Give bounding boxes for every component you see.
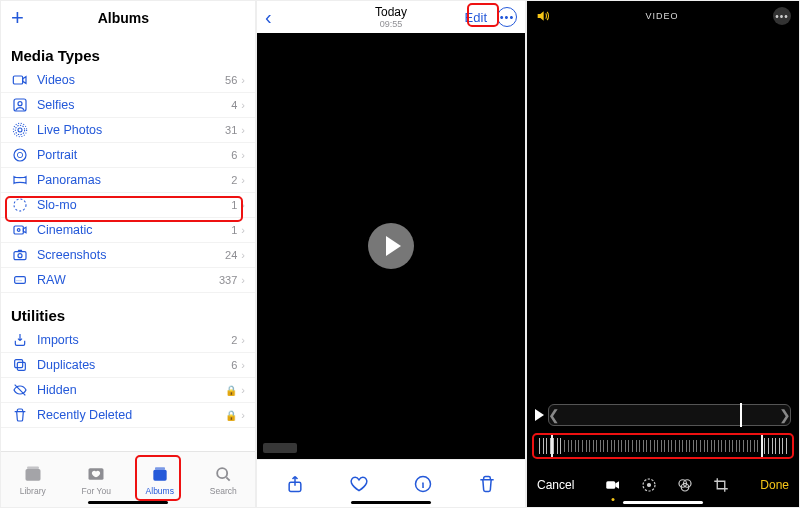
play-button[interactable] [368, 223, 414, 269]
mute-button[interactable] [535, 8, 551, 24]
chevron-right-icon: › [241, 224, 245, 236]
svg-point-2 [18, 102, 22, 106]
utility-imports[interactable]: Imports 2 › [1, 328, 255, 353]
slo-mo-speed-bar[interactable] [535, 435, 791, 457]
adjust-tool[interactable] [640, 476, 658, 494]
svg-rect-11 [14, 252, 26, 260]
chevron-right-icon: › [241, 149, 245, 161]
svg-point-8 [14, 199, 26, 211]
imports-icon [11, 331, 29, 349]
edit-preview[interactable] [527, 31, 799, 397]
row-count: 1 [231, 224, 237, 236]
svg-rect-1 [14, 99, 26, 111]
row-label: Duplicates [37, 358, 231, 372]
tab-library[interactable]: Library [1, 452, 65, 507]
share-button[interactable] [284, 473, 306, 495]
chevron-right-icon: › [241, 359, 245, 371]
filters-tool[interactable] [676, 476, 694, 494]
row-count: 6 [231, 149, 237, 161]
svg-rect-15 [17, 362, 25, 370]
more-button[interactable]: ••• [773, 7, 791, 25]
nav-bar: ‹ Today 09:55 Edit ••• [257, 1, 525, 33]
trim-start-handle[interactable]: ❮ [549, 405, 559, 425]
tab-label: Search [210, 486, 237, 496]
tab-albums[interactable]: Albums [128, 452, 192, 507]
video-tool[interactable] [604, 476, 622, 494]
tab-bar: Library For You Albums Search [1, 451, 255, 507]
trash-icon [11, 406, 29, 424]
chevron-right-icon: › [241, 409, 245, 421]
row-count: 31 [225, 124, 237, 136]
media-type-portrait[interactable]: Portrait 6 › [1, 143, 255, 168]
svg-point-4 [15, 125, 24, 134]
svg-point-3 [18, 128, 22, 132]
chevron-right-icon: › [241, 74, 245, 86]
svg-rect-19 [153, 469, 166, 480]
video-area[interactable] [257, 33, 525, 459]
row-label: Imports [37, 333, 231, 347]
slo-mo-icon [11, 196, 29, 214]
trim-bar: ❮ ❯ [535, 401, 791, 429]
tab-label: For You [82, 486, 111, 496]
playhead[interactable] [740, 403, 742, 427]
raw-icon [11, 271, 29, 289]
crop-tool[interactable] [712, 476, 730, 494]
svg-rect-14 [15, 360, 23, 368]
favorite-button[interactable] [348, 473, 370, 495]
trim-track[interactable]: ❮ ❯ [548, 404, 791, 426]
utility-recently-deleted[interactable]: Recently Deleted 🔒 › [1, 403, 255, 428]
toolbar [257, 459, 525, 507]
media-type-raw[interactable]: RAW 337 › [1, 268, 255, 293]
slo-mo-end-marker[interactable] [761, 435, 763, 457]
row-label: Portrait [37, 148, 231, 162]
cancel-button[interactable]: Cancel [537, 478, 574, 492]
edit-top-bar: VIDEO ••• [527, 1, 799, 31]
svg-rect-17 [27, 466, 39, 469]
video-preview-screen: ‹ Today 09:55 Edit ••• [256, 0, 526, 508]
chevron-right-icon: › [241, 249, 245, 261]
media-type-slo-mo[interactable]: Slo-mo 1 › [1, 193, 255, 218]
tab-search[interactable]: Search [192, 452, 256, 507]
trim-end-handle[interactable]: ❯ [780, 405, 790, 425]
svg-point-6 [14, 149, 26, 161]
home-indicator [623, 501, 703, 504]
home-indicator [351, 501, 431, 504]
tab-label: Library [20, 486, 46, 496]
media-type-screenshots[interactable]: Screenshots 24 › [1, 243, 255, 268]
albums-screen: + Albums Media Types Videos 56 › Selfies… [0, 0, 256, 508]
utility-hidden[interactable]: Hidden 🔒 › [1, 378, 255, 403]
play-icon [386, 236, 401, 256]
svg-rect-13 [15, 277, 26, 284]
hidden-icon [11, 381, 29, 399]
delete-button[interactable] [476, 473, 498, 495]
new-album-button[interactable]: + [11, 5, 24, 31]
panorama-icon [11, 171, 29, 189]
row-label: Cinematic [37, 223, 231, 237]
media-type-cinematic[interactable]: Cinematic 1 › [1, 218, 255, 243]
row-label: Selfies [37, 98, 231, 112]
play-button[interactable] [535, 409, 544, 421]
nav-subtitle: 09:55 [257, 19, 525, 29]
chevron-right-icon: › [241, 174, 245, 186]
row-label: RAW [37, 273, 219, 287]
utility-duplicates[interactable]: Duplicates 6 › [1, 353, 255, 378]
row-label: Live Photos [37, 123, 225, 137]
done-button[interactable]: Done [760, 478, 789, 492]
svg-point-10 [17, 229, 20, 232]
info-button[interactable] [412, 473, 434, 495]
nav-title-group: Today 09:55 [257, 5, 525, 29]
media-type-live-photos[interactable]: Live Photos 31 › [1, 118, 255, 143]
row-label: Panoramas [37, 173, 231, 187]
row-count: 2 [231, 174, 237, 186]
row-count: 56 [225, 74, 237, 86]
selfie-icon [11, 96, 29, 114]
media-type-panoramas[interactable]: Panoramas 2 › [1, 168, 255, 193]
slo-mo-start-marker[interactable] [551, 435, 553, 457]
svg-point-26 [648, 484, 651, 487]
video-edit-screen: VIDEO ••• ❮ ❯ Cancel [526, 0, 800, 508]
media-type-selfies[interactable]: Selfies 4 › [1, 93, 255, 118]
portrait-icon [11, 146, 29, 164]
tab-for-you[interactable]: For You [65, 452, 129, 507]
home-indicator [88, 501, 168, 504]
media-type-videos[interactable]: Videos 56 › [1, 68, 255, 93]
